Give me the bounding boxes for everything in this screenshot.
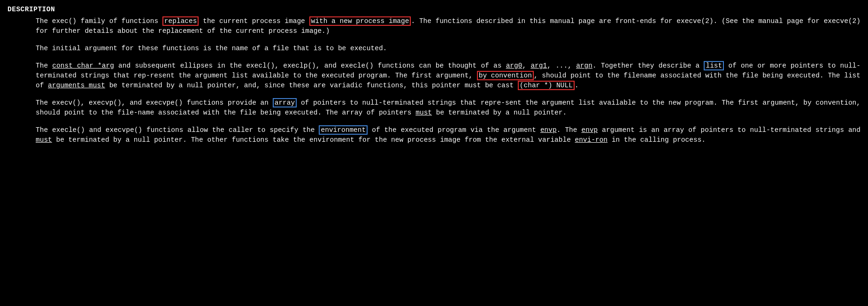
text-segment: be terminated by a null pointer, and, si… <box>105 82 518 89</box>
text-segment: be terminated by a null pointer. <box>432 109 567 116</box>
underline-segment: must <box>36 136 52 144</box>
underline-segment: const char *arg <box>52 62 114 69</box>
highlight-red-segment: (char *) NULL <box>518 81 575 90</box>
paragraph-p2: The initial argument for these functions… <box>36 44 860 54</box>
underline-segment: arguments must <box>48 82 105 89</box>
text-segment: , ..., <box>547 62 576 69</box>
underline-segment: envp <box>582 126 598 134</box>
highlight-red-segment: with a new process image <box>309 16 411 26</box>
paragraph-p5: The execle() and execvpe() functions all… <box>36 125 860 145</box>
highlight-blue-segment: list <box>704 61 724 70</box>
highlight-red-segment: replaces <box>162 16 199 26</box>
text-segment: the current process image <box>199 17 309 25</box>
paragraph-p3: The const char *arg and subsequent ellip… <box>36 61 860 91</box>
text-segment: The <box>36 62 52 69</box>
section-heading: DESCRIPTION <box>8 5 860 15</box>
text-segment: The execv(), execvp(), and execvpe() fun… <box>36 99 273 107</box>
underline-segment: envi-ron <box>575 136 608 144</box>
text-segment: . The <box>557 126 582 134</box>
text-segment: . Together they describe a <box>592 62 704 69</box>
text-segment: argument is an array of pointers to null… <box>598 126 860 134</box>
paragraph-p1: The exec() family of functions replaces … <box>36 16 860 36</box>
underline-segment: argn <box>576 62 592 69</box>
text-segment: The initial argument for these functions… <box>36 45 387 52</box>
text-segment: , <box>522 62 530 69</box>
text-segment: be terminated by a null pointer. The oth… <box>52 136 575 144</box>
text-segment: in the calling process. <box>607 136 706 144</box>
highlight-red-segment: by convention <box>477 71 534 80</box>
text-segment: and subsequent ellipses in the execl(), … <box>114 62 506 69</box>
underline-segment: must <box>415 109 432 116</box>
paragraph-p4: The execv(), execvp(), and execvpe() fun… <box>36 98 860 118</box>
text-segment: The execle() and execvpe() functions all… <box>36 126 319 134</box>
description-section: DESCRIPTION The exec() family of functio… <box>8 5 860 145</box>
text-segment: The exec() family of functions <box>36 17 162 25</box>
content-body: The exec() family of functions replaces … <box>8 16 860 145</box>
underline-segment: envp <box>540 126 557 134</box>
underline-segment: arg1 <box>530 62 547 69</box>
underline-segment: arg0 <box>506 62 522 69</box>
text-segment: . <box>575 82 579 89</box>
highlight-blue-segment: environment <box>319 125 368 135</box>
text-segment: of the executed program via the argument <box>368 126 540 134</box>
highlight-blue-segment: array <box>273 98 297 107</box>
